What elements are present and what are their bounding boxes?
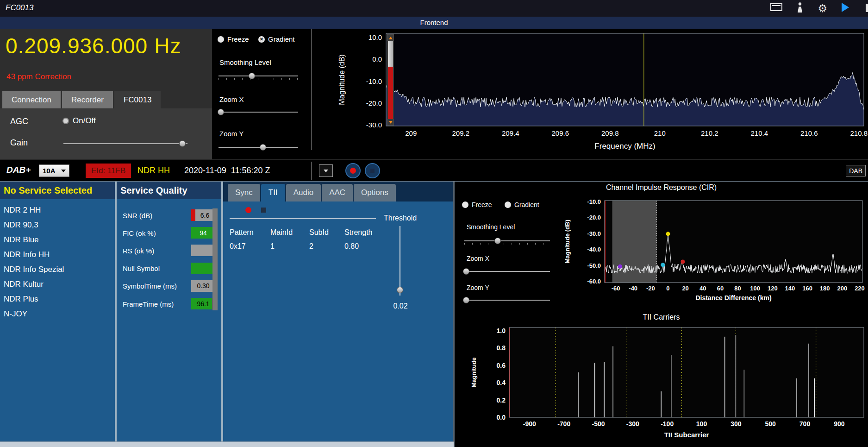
tick-label: 0.2 — [497, 397, 506, 404]
window-title: FC0013 — [6, 3, 33, 13]
service-item[interactable]: NDR Kultur — [0, 277, 115, 292]
quality-value: 94 — [200, 229, 207, 237]
info-icon[interactable] — [796, 2, 804, 15]
service-list: NDR 2 HHNDR 90,3NDR BlueNDR Info HHNDR I… — [0, 203, 115, 321]
up-triangle-icon — [389, 37, 393, 39]
play-icon[interactable] — [841, 2, 849, 14]
cir-smoothing-label: Smoothing Level — [467, 223, 515, 231]
threshold-slider[interactable] — [396, 226, 404, 296]
service-quality-header: Service Quality — [117, 182, 221, 199]
table-row[interactable]: 0x17120.80 — [230, 239, 389, 254]
decoder-tab-audio[interactable]: Audio — [286, 184, 321, 201]
slider-ticks — [219, 78, 298, 80]
tick-label: -10.0 — [587, 198, 601, 205]
decoder-tab-options[interactable]: Options — [354, 184, 396, 201]
slider-handle[interactable] — [218, 109, 224, 115]
cir-cyan-marker — [661, 263, 665, 267]
service-item[interactable]: NDR Info HH — [0, 247, 115, 262]
frequency-display: 0.209.936.000Hz — [6, 33, 181, 58]
freeze-radio[interactable]: Freeze — [218, 35, 249, 43]
channel-select[interactable]: 10A — [39, 164, 69, 177]
quality-value-box: 0.30 — [191, 280, 215, 292]
tick-label: 100 — [750, 285, 760, 292]
decoder-tab-tii[interactable]: TII — [261, 184, 285, 201]
tick-label: 210.8 — [850, 129, 868, 137]
titlebar: FC0013 ⚙ — [0, 0, 868, 17]
tick-label: 0.0 — [372, 55, 382, 63]
quality-scrollbar[interactable] — [212, 208, 218, 310]
record-button[interactable] — [345, 163, 361, 178]
quality-value-box: 96.1 — [191, 298, 215, 309]
recorder-dropdown-button[interactable] — [319, 164, 333, 177]
zoom-x-slider[interactable] — [219, 108, 298, 116]
slider-handle[interactable] — [463, 268, 469, 275]
spectrum-scrollbar[interactable] — [387, 34, 394, 126]
scroll-down-arrow-icon[interactable] — [387, 119, 393, 125]
scroll-up-arrow-icon[interactable] — [387, 35, 393, 41]
quality-value: 6.6 — [200, 212, 209, 219]
frontend-tab-recorder[interactable]: Recorder — [62, 91, 113, 108]
table-header: Pattern — [230, 228, 270, 237]
settings-gear-icon[interactable]: ⚙ — [818, 2, 827, 14]
tick-label: 140 — [785, 285, 795, 292]
slider-groove — [464, 300, 550, 301]
zoom-y-slider[interactable] — [219, 144, 298, 151]
horizontal-scrollbar[interactable] — [0, 441, 454, 447]
tick-label: 0.4 — [497, 379, 506, 386]
cir-zoom-y-slider[interactable] — [464, 296, 550, 304]
frontend-tab-fc0013[interactable]: FC0013 — [114, 91, 161, 108]
cir-zoom-x-slider[interactable] — [464, 268, 550, 275]
slider-handle[interactable] — [397, 287, 403, 293]
frontend-tab-connection[interactable]: Connection — [2, 91, 61, 108]
tick-label: -30.0 — [366, 121, 382, 129]
service-item[interactable]: NDR Plus — [0, 292, 115, 307]
cir-freeze-radio[interactable]: Freeze — [462, 201, 492, 208]
decoder-tab-aac[interactable]: AAC — [322, 184, 353, 201]
service-item[interactable]: NDR Info Spezial — [0, 262, 115, 277]
display-icon[interactable] — [770, 3, 782, 14]
agc-toggle[interactable]: On/Off — [62, 116, 96, 126]
spectrum-plot[interactable]: 10.00.0-10.0-20.0-30.0209209.2209.4209.6… — [315, 29, 868, 159]
tick-label: 900 — [834, 420, 845, 428]
frontend-body: 0.209.936.000Hz 43 ppm Correction Connec… — [0, 29, 868, 159]
ppm-correction-label: 43 ppm Correction — [6, 72, 71, 82]
tuner-settings-panel: AGC On/Off Gain — [0, 108, 212, 159]
scrollbar-thumb[interactable] — [388, 41, 393, 67]
quality-row: RS (ok %) — [123, 245, 218, 257]
frequency-unit: Hz — [154, 34, 181, 58]
quality-value-box: 6.6 — [191, 209, 215, 221]
cir-red-marker — [681, 259, 685, 264]
cir-gradient-radio[interactable]: Gradient — [505, 201, 539, 208]
gain-slider[interactable] — [63, 140, 187, 147]
service-item[interactable]: N-JOY — [0, 307, 115, 321]
frequency-panel: 0.209.936.000Hz 43 ppm Correction Connec… — [0, 29, 212, 159]
tick-label: -50.0 — [587, 262, 601, 269]
tii-carriers-header: TII Carriers — [455, 313, 868, 321]
tii-carriers-plot[interactable]: 1.00.80.60.40.20.0-900-700-500-300-10010… — [463, 324, 868, 447]
tick-label: 20 — [682, 285, 688, 292]
table-header-row: PatternMainIdSubIdStrength — [230, 226, 389, 239]
service-item[interactable]: NDR 90,3 — [0, 218, 115, 233]
slider-groove — [464, 271, 550, 272]
service-item[interactable]: NDR Blue — [0, 233, 115, 247]
tick-label: -20.0 — [587, 214, 601, 221]
gradient-radio[interactable]: Gradient — [258, 35, 295, 43]
slider-handle[interactable] — [463, 297, 469, 303]
cir-plot[interactable]: -10.0-20.0-30.0-40.0-50.0-60.0-60-40-200… — [556, 197, 868, 313]
decoder-tab-sync[interactable]: Sync — [228, 184, 260, 201]
cir-smoothing-slider[interactable] — [464, 237, 550, 245]
tick-label: -40 — [629, 285, 637, 292]
x-axis-title: TII Subcarrier — [664, 431, 709, 439]
radio-circle-icon — [62, 118, 69, 124]
stop-button[interactable] — [365, 163, 380, 178]
service-item[interactable]: NDR 2 HH — [0, 203, 115, 218]
freeze-label: Freeze — [227, 35, 249, 43]
smoothing-level-slider[interactable] — [219, 72, 298, 80]
slider-handle[interactable] — [179, 140, 186, 147]
slider-handle[interactable] — [260, 144, 266, 151]
tick-label: 220 — [855, 285, 865, 292]
zoom-x-label: Zoom X — [219, 95, 244, 103]
tick-label: -500 — [592, 420, 605, 428]
plot-background — [509, 327, 864, 417]
quality-value-box: 94 — [191, 227, 215, 239]
